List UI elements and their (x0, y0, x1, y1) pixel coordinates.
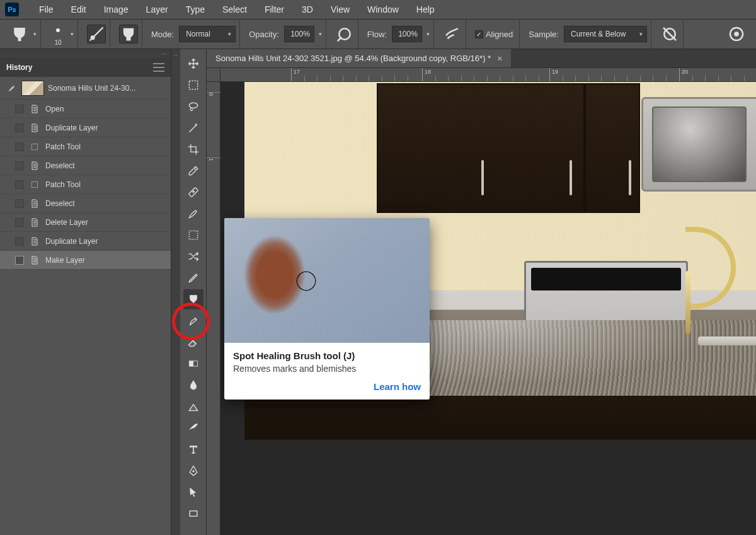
chevron-down-icon[interactable]: ▾ (427, 31, 430, 37)
tool-preset-icon[interactable] (10, 25, 29, 43)
clone-panel-icon[interactable] (119, 25, 138, 43)
history-brush-tool[interactable] (183, 311, 203, 331)
canvas[interactable]: Spot Healing Brush tool (J) Removes mark… (220, 82, 756, 535)
brush-tool[interactable] (183, 204, 203, 224)
pressure-size-icon[interactable] (87, 25, 106, 43)
ignore-adj-icon[interactable] (660, 25, 679, 43)
svg-point-6 (735, 33, 738, 36)
history-row[interactable]: Patch Tool (0, 175, 171, 194)
history-list: OpenDuplicate LayerPatch ToolDeselectPat… (0, 100, 171, 535)
chevron-down-icon: ▾ (228, 31, 231, 37)
menu-view[interactable]: View (322, 2, 358, 17)
history-row[interactable]: Delete Layer (0, 213, 171, 232)
frame-tool[interactable] (183, 225, 203, 245)
panel-collapse-strip[interactable]: ∙∙ (0, 49, 171, 58)
menu-layer[interactable]: Layer (137, 2, 177, 17)
blur-tool[interactable] (183, 375, 203, 395)
brush-size-readout: 10 (54, 39, 61, 46)
history-row-label: Make Layer (45, 256, 85, 265)
history-row-check (15, 199, 24, 208)
mode-label: Mode: (151, 30, 174, 39)
shuffle-tool[interactable] (183, 246, 203, 267)
svg-point-16 (193, 471, 194, 472)
history-row[interactable]: Duplicate Layer (0, 232, 171, 251)
history-row[interactable]: Deselect (0, 156, 171, 175)
mode-dropdown[interactable]: Normal ▾ (179, 26, 236, 42)
aligned-label: Aligned (486, 30, 513, 39)
chevron-down-icon[interactable]: ▾ (71, 31, 74, 37)
ruler-vertical[interactable]: 01 (207, 82, 220, 535)
history-panel: ∙∙ History Sonoma Hills Unit 24-30... Op… (0, 49, 171, 535)
svg-rect-0 (18, 37, 21, 41)
history-row[interactable]: Open (0, 100, 171, 118)
ruler-horizontal[interactable]: 1718192021 (207, 68, 756, 82)
menu-select[interactable]: Select (214, 2, 256, 17)
sample-value: Current & Below (571, 30, 626, 38)
close-icon[interactable]: × (497, 54, 502, 64)
file-icon (29, 122, 40, 134)
history-row-label: Duplicate Layer (45, 237, 98, 246)
history-row-label: Patch Tool (45, 180, 81, 189)
learn-how-link[interactable]: Learn how (224, 380, 430, 400)
aligned-checkbox[interactable] (475, 30, 483, 38)
history-title: History (6, 63, 32, 72)
crop-tool[interactable] (183, 139, 203, 159)
history-row[interactable]: Make Layer (0, 251, 171, 270)
menu-3d[interactable]: 3D (293, 2, 322, 17)
svg-rect-2 (127, 37, 131, 41)
brush-preview[interactable] (50, 22, 66, 38)
menu-filter[interactable]: Filter (256, 2, 293, 17)
gradient-tool[interactable] (183, 354, 203, 374)
tooltip-title: Spot Healing Brush tool (J) (233, 350, 421, 361)
pen-tool[interactable] (183, 461, 203, 481)
menu-type[interactable]: Type (177, 2, 214, 17)
clone-stamp-tool[interactable] (183, 289, 203, 309)
airbrush-icon[interactable] (443, 25, 462, 43)
menu-edit[interactable]: Edit (62, 2, 95, 17)
ruler-tick: 17 (291, 68, 300, 81)
opacity-label: Opacity: (249, 30, 279, 39)
history-row[interactable]: Duplicate Layer (0, 118, 171, 137)
history-row-check (15, 218, 24, 227)
history-row[interactable]: Deselect (0, 194, 171, 213)
shape-tool[interactable] (183, 503, 203, 524)
type-tool[interactable] (183, 439, 203, 459)
menu-image[interactable]: Image (95, 2, 137, 17)
smudge-tool[interactable] (183, 418, 203, 438)
dodge-tool[interactable] (183, 396, 203, 417)
spot-heal-tool[interactable] (183, 182, 203, 202)
pressure-opacity-icon[interactable] (335, 25, 354, 43)
menu-help[interactable]: Help (408, 2, 444, 17)
patch-icon (29, 141, 40, 152)
target-icon[interactable] (727, 25, 746, 43)
history-row[interactable]: Patch Tool (0, 137, 171, 156)
history-panel-header[interactable]: History (0, 58, 171, 77)
eyedropper-tool[interactable] (183, 161, 203, 181)
magic-wand-tool[interactable] (183, 118, 203, 138)
doc-tab[interactable]: Sonoma Hills Unit 24-302 3521.jpg @ 54.4… (207, 49, 511, 67)
tool-tooltip: Spot Healing Brush tool (J) Removes mark… (224, 218, 430, 400)
panel-collapse-strip[interactable]: ∙∙ (171, 49, 180, 535)
move-tool[interactable] (183, 54, 203, 74)
chevron-down-icon[interactable]: ▾ (33, 31, 37, 37)
menu-file[interactable]: File (30, 2, 62, 17)
lasso-tool[interactable] (183, 96, 203, 117)
eraser-tool[interactable] (183, 332, 203, 352)
marquee-tool[interactable] (183, 75, 203, 95)
opacity-input[interactable]: 100% (284, 26, 314, 42)
flow-input[interactable]: 100% (392, 26, 422, 42)
history-row-check (15, 180, 24, 189)
history-row-label: Deselect (45, 161, 75, 170)
menu-window[interactable]: Window (358, 2, 408, 17)
chevron-down-icon[interactable]: ▾ (319, 31, 322, 37)
sample-dropdown[interactable]: Current & Below ▾ (564, 26, 647, 42)
mode-value: Normal (186, 30, 210, 38)
document-area: Sonoma Hills Unit 24-302 3521.jpg @ 54.4… (207, 49, 756, 535)
history-row-check (15, 124, 24, 132)
pencil-tool[interactable] (183, 268, 203, 288)
path-select-tool[interactable] (183, 482, 203, 502)
panel-menu-icon[interactable] (153, 63, 164, 72)
history-snapshot-row[interactable]: Sonoma Hills Unit 24-30... (0, 77, 171, 100)
file-icon (29, 103, 40, 115)
file-icon (29, 198, 40, 209)
